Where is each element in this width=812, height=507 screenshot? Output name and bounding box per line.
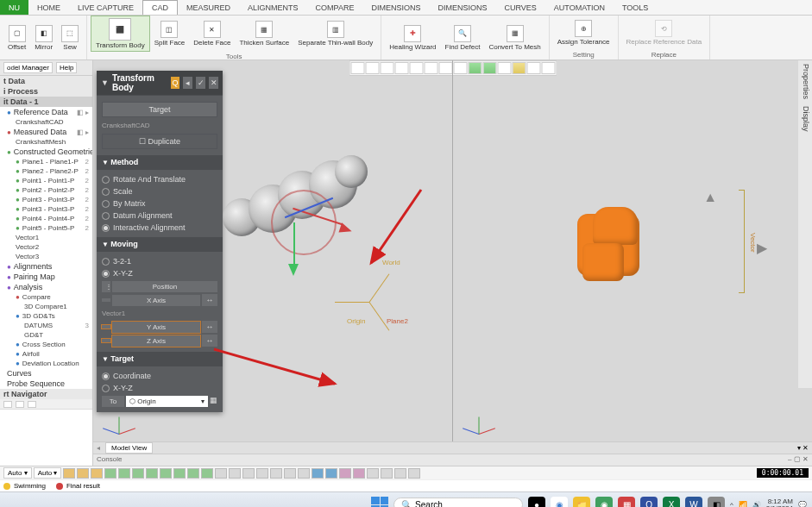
model-view-tab[interactable]: Model View bbox=[105, 442, 153, 454]
offset-button[interactable]: ▢Offset bbox=[3, 23, 30, 53]
duplicate-check[interactable]: ☐ Duplicate bbox=[102, 134, 217, 149]
point2[interactable]: Point2 - Point2-P2 bbox=[0, 185, 92, 195]
point3[interactable]: Point3 - Point3-P2 bbox=[0, 195, 92, 204]
plane2[interactable]: Plane2 - Plane2-P2 bbox=[0, 166, 92, 176]
ts-2[interactable] bbox=[77, 468, 89, 479]
tray-wifi-icon[interactable]: 📶 bbox=[739, 501, 747, 507]
probe-sequence[interactable]: Probe Sequence bbox=[0, 379, 92, 389]
auto-select-2[interactable]: Auto ▾ bbox=[34, 467, 62, 479]
transform-body-button[interactable]: ⬛Transform Body bbox=[91, 16, 150, 52]
tab-dimensions[interactable]: DIMENSIONS bbox=[362, 0, 429, 15]
task-app-1[interactable]: ● bbox=[528, 497, 545, 508]
method-rotate[interactable]: Rotate And Translate bbox=[102, 173, 217, 185]
ts-14[interactable] bbox=[242, 468, 255, 479]
point5[interactable]: Point5 - Point5-P2 bbox=[0, 223, 92, 233]
zaxis-field[interactable]: Z Axis bbox=[112, 335, 200, 347]
ts-7[interactable] bbox=[146, 468, 158, 479]
ts-16[interactable] bbox=[270, 468, 282, 479]
task-app-3[interactable]: ◧ bbox=[708, 497, 725, 508]
datums[interactable]: DATUMS3 bbox=[0, 321, 92, 330]
ts-26[interactable] bbox=[408, 468, 420, 479]
tray-volume-icon[interactable]: 🔊 bbox=[752, 501, 761, 507]
tab-dimensions-2[interactable]: DIMENSIONS bbox=[429, 0, 495, 15]
ts-3[interactable] bbox=[91, 468, 103, 479]
ts-11[interactable] bbox=[201, 468, 213, 479]
position-field[interactable]: Position bbox=[112, 281, 217, 292]
moving-section[interactable]: Moving bbox=[97, 237, 223, 251]
tab-tools[interactable]: TOOLS bbox=[614, 0, 657, 15]
assign-tolerance-button[interactable]: ⊕Assign Tolerance bbox=[553, 18, 614, 47]
target-button[interactable]: Target bbox=[102, 102, 217, 117]
cross-section[interactable]: Cross Section bbox=[0, 340, 92, 349]
ts-4[interactable] bbox=[104, 468, 116, 479]
tab-cad[interactable]: CAD bbox=[142, 0, 178, 15]
navigator-sec[interactable]: rt Navigator bbox=[0, 389, 92, 399]
z-swap-icon[interactable]: ↔ bbox=[202, 335, 217, 347]
ts-6[interactable] bbox=[132, 468, 144, 479]
mirror-button[interactable]: ◧Mirror bbox=[30, 23, 57, 53]
task-outlook-icon[interactable]: O bbox=[640, 497, 658, 508]
ts-8[interactable] bbox=[160, 468, 172, 479]
pairing-map-node[interactable]: Pairing Map bbox=[0, 272, 92, 282]
find-defect-button[interactable]: 🔍Find Defect bbox=[441, 23, 485, 53]
ts-18[interactable] bbox=[298, 468, 310, 479]
meas-data-item[interactable]: CrankshaftMesh bbox=[0, 137, 92, 147]
tab-compare[interactable]: COMPARE bbox=[307, 0, 363, 15]
auto-select-1[interactable]: Auto ▾ bbox=[3, 467, 32, 479]
method-section[interactable]: Method bbox=[97, 155, 223, 169]
airfoil[interactable]: Airfoil bbox=[0, 349, 92, 359]
point4[interactable]: Point4 - Point4-P2 bbox=[0, 214, 92, 223]
tray-chevron-icon[interactable]: ^ bbox=[730, 501, 733, 507]
analysis-node[interactable]: Analysis bbox=[0, 282, 92, 292]
help-icon[interactable]: Q bbox=[171, 77, 180, 89]
tab-alignments[interactable]: ALIGNMENTS bbox=[239, 0, 307, 15]
tab-prev-icon[interactable]: ◂ bbox=[93, 444, 104, 452]
curves-node[interactable]: Curves bbox=[0, 368, 92, 379]
notifications-icon[interactable]: 💬 bbox=[798, 501, 807, 507]
task-excel-icon[interactable]: X bbox=[663, 497, 680, 508]
method-scale[interactable]: Scale bbox=[102, 185, 217, 197]
tree-sec-data1[interactable]: it Data - 1 bbox=[0, 97, 92, 107]
ref-data-node[interactable]: Reference Data◧ ▸ bbox=[0, 107, 92, 117]
ts-12[interactable] bbox=[215, 468, 227, 479]
tree-btn2[interactable] bbox=[16, 401, 24, 408]
point3b[interactable]: Point3 - Point3-P2 bbox=[0, 204, 92, 214]
ts-5[interactable] bbox=[118, 468, 130, 479]
meas-data-node[interactable]: Measured Data◧ ▸ bbox=[0, 127, 92, 137]
sew-button[interactable]: ⬚Sew bbox=[57, 23, 83, 53]
xaxis-field[interactable]: X Axis bbox=[112, 295, 200, 306]
point1[interactable]: Point1 - Point1-P2 bbox=[0, 176, 92, 185]
method-datum[interactable]: Datum Alignment bbox=[102, 210, 217, 222]
model-manager-tab[interactable]: odel Manager bbox=[3, 62, 53, 73]
target-xyz[interactable]: X-Y-Z bbox=[102, 382, 217, 394]
ts-9[interactable] bbox=[173, 468, 186, 479]
ts-15[interactable] bbox=[256, 468, 268, 479]
ts-17[interactable] bbox=[284, 468, 296, 479]
menu-tab[interactable]: NU bbox=[0, 0, 28, 15]
x-swap-icon[interactable]: ↔ bbox=[202, 294, 217, 306]
task-app-2[interactable]: ▦ bbox=[618, 497, 635, 508]
display-tab[interactable]: Display bbox=[800, 106, 810, 132]
ts-1[interactable] bbox=[63, 468, 75, 479]
ts-22[interactable] bbox=[353, 468, 365, 479]
tab-measured[interactable]: MEASURED bbox=[178, 0, 239, 15]
tree-sec-process[interactable]: i Process bbox=[0, 86, 92, 97]
task-files-icon[interactable]: 📁 bbox=[573, 497, 590, 508]
method-interactive[interactable]: Interactive Alignment bbox=[102, 222, 217, 234]
task-word-icon[interactable]: W bbox=[685, 497, 702, 508]
convert-to-mesh-button[interactable]: ▦Convert To Mesh bbox=[484, 23, 544, 53]
ts-10[interactable] bbox=[187, 468, 199, 479]
moving-xyz[interactable]: X-Y-Z bbox=[102, 267, 217, 279]
viewport-left[interactable]: ▼ Transform Body Q ◂ ✓ ✕ Target Cranksha… bbox=[93, 60, 453, 466]
separate-thinwall-button[interactable]: ▥Separate Thin-wall Body bbox=[293, 19, 377, 48]
tab-live-capture[interactable]: LIVE CAPTURE bbox=[69, 0, 142, 15]
vector3[interactable]: Vector3 bbox=[0, 252, 92, 261]
tab-home[interactable]: HOME bbox=[28, 0, 69, 15]
3d-viewport[interactable]: ▼ Transform Body Q ◂ ✓ ✕ Target Cranksha… bbox=[93, 60, 812, 466]
tree-btn1[interactable] bbox=[3, 401, 12, 408]
ts-21[interactable] bbox=[339, 468, 351, 479]
ref-data-item[interactable]: CrankshaftCAD bbox=[0, 117, 92, 127]
gdt-node[interactable]: 3D GD&Ts bbox=[0, 311, 92, 321]
deviation-location[interactable]: Deviation Location bbox=[0, 359, 92, 368]
system-tray[interactable]: ^ 📶 🔊 8:12 AM 8/1/2024 💬 bbox=[730, 498, 807, 508]
